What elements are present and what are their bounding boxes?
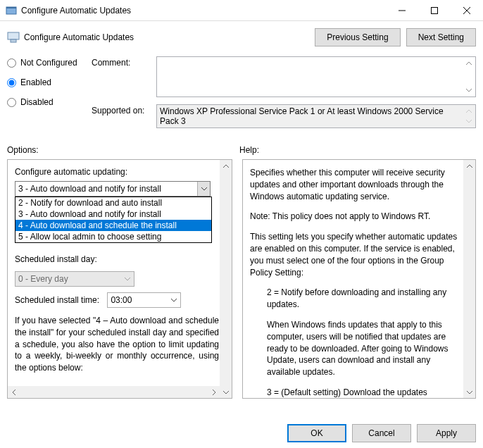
- chevron-down-icon[interactable]: [197, 182, 210, 196]
- radio-not-configured[interactable]: Not Configured: [7, 58, 92, 68]
- config-updating-label: Configure automatic updating:: [15, 167, 219, 177]
- radio-enabled-input[interactable]: [7, 78, 16, 87]
- help-paragraph: Specifies whether this computer will rec…: [250, 167, 463, 202]
- svg-rect-3: [432, 7, 438, 13]
- combo-value: 03:00: [111, 295, 132, 305]
- chevron-up-icon[interactable]: [220, 160, 232, 172]
- vertical-scrollbar[interactable]: [463, 160, 475, 398]
- help-paragraph: 3 = (Default setting) Download the updat…: [250, 387, 463, 399]
- policy-icon: [7, 31, 20, 44]
- comment-label: Comment:: [92, 56, 156, 97]
- radio-disabled[interactable]: Disabled: [7, 97, 92, 107]
- titlebar: Configure Automatic Updates: [0, 0, 483, 21]
- supported-on-value: Windows XP Professional Service Pack 1 o…: [156, 104, 476, 128]
- options-panel: Configure automatic updating: 3 - Auto d…: [7, 159, 232, 399]
- dropdown-item[interactable]: 2 - Notify for download and auto install: [15, 197, 211, 209]
- scrollbar-track[interactable]: [220, 172, 232, 386]
- chevron-up-icon[interactable]: [464, 106, 474, 116]
- dropdown-item[interactable]: 4 - Auto download and schedule the insta…: [15, 220, 211, 231]
- dropdown-item[interactable]: 5 - Allow local admin to choose setting: [15, 231, 211, 242]
- combo-value: 0 - Every day: [18, 274, 68, 284]
- options-heading: Options:: [7, 145, 239, 155]
- help-panel: Specifies whether this computer will rec…: [242, 159, 476, 399]
- horizontal-scrollbar[interactable]: [8, 386, 220, 398]
- scheduled-time-combo[interactable]: 03:00: [107, 292, 181, 308]
- chevron-down-icon[interactable]: [169, 293, 179, 307]
- radio-label: Disabled: [20, 97, 54, 107]
- scheduled-time-label: Scheduled install time:: [15, 295, 99, 305]
- state-radio-group: Not Configured Enabled Disabled: [7, 56, 92, 135]
- config-updating-dropdown: 2 - Notify for download and auto install…: [15, 197, 212, 243]
- chevron-right-icon[interactable]: [208, 386, 220, 398]
- radio-label: Not Configured: [20, 58, 77, 68]
- scrollbar-track[interactable]: [463, 172, 475, 386]
- help-text: Specifies whether this computer will rec…: [250, 167, 463, 399]
- next-setting-button[interactable]: Next Setting: [406, 28, 476, 46]
- apply-button[interactable]: Apply: [417, 424, 476, 442]
- help-heading: Help:: [239, 145, 476, 155]
- dialog-footer: OK Cancel Apply: [0, 418, 483, 448]
- svg-rect-6: [8, 32, 19, 39]
- minimize-button[interactable]: [386, 0, 418, 21]
- cancel-button[interactable]: Cancel: [352, 424, 411, 442]
- supported-label: Supported on:: [92, 104, 156, 128]
- config-updating-combo[interactable]: 3 - Auto download and notify for install…: [15, 181, 211, 197]
- chevron-down-icon[interactable]: [464, 85, 474, 95]
- svg-rect-7: [11, 39, 16, 42]
- dropdown-item[interactable]: 3 - Auto download and notify for install: [15, 209, 211, 220]
- header: Configure Automatic Updates Previous Set…: [0, 21, 483, 56]
- close-button[interactable]: [451, 0, 483, 21]
- radio-disabled-input[interactable]: [7, 98, 16, 107]
- chevron-down-icon[interactable]: [464, 116, 474, 126]
- vertical-scrollbar[interactable]: [220, 160, 232, 398]
- options-hint-text: If you have selected "4 – Auto download …: [15, 315, 219, 374]
- comment-input[interactable]: [156, 56, 476, 97]
- combo-value: 3 - Auto download and notify for install: [18, 184, 161, 194]
- radio-label: Enabled: [20, 77, 51, 87]
- radio-enabled[interactable]: Enabled: [7, 77, 92, 87]
- scheduled-day-label: Scheduled install day:: [15, 254, 219, 264]
- radio-not-configured-input[interactable]: [7, 58, 16, 68]
- maximize-button[interactable]: [418, 0, 451, 21]
- policy-title: Configure Automatic Updates: [24, 32, 309, 42]
- chevron-left-icon[interactable]: [8, 386, 20, 398]
- chevron-down-icon[interactable]: [463, 386, 475, 398]
- svg-rect-1: [6, 7, 16, 8]
- chevron-up-icon[interactable]: [463, 160, 475, 172]
- help-paragraph: 2 = Notify before downloading and instal…: [250, 287, 463, 311]
- previous-setting-button[interactable]: Previous Setting: [315, 28, 400, 46]
- scheduled-day-combo[interactable]: 0 - Every day: [15, 271, 134, 287]
- scrollbar-track[interactable]: [20, 386, 208, 398]
- help-paragraph: This setting lets you specify whether au…: [250, 231, 463, 278]
- chevron-up-icon[interactable]: [464, 58, 474, 68]
- help-paragraph: When Windows finds updates that apply to…: [250, 319, 463, 378]
- chevron-down-icon: [123, 272, 132, 286]
- help-paragraph: Note: This policy does not apply to Wind…: [250, 211, 463, 223]
- window-title: Configure Automatic Updates: [21, 6, 386, 15]
- ok-button[interactable]: OK: [287, 424, 346, 442]
- chevron-down-icon[interactable]: [220, 386, 232, 398]
- app-icon: [6, 5, 17, 16]
